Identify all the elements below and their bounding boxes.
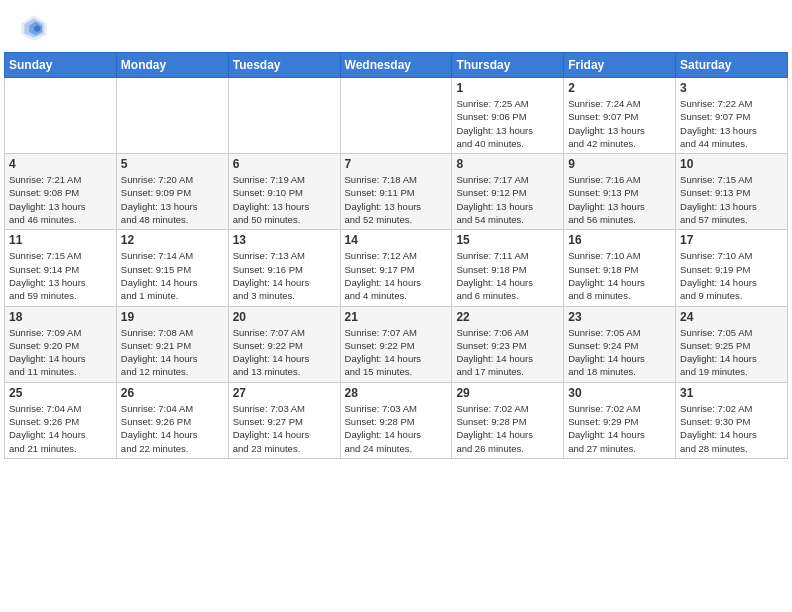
day-info: Sunrise: 7:19 AM Sunset: 9:10 PM Dayligh…: [233, 173, 336, 226]
day-number: 4: [9, 157, 112, 171]
day-info: Sunrise: 7:16 AM Sunset: 9:13 PM Dayligh…: [568, 173, 671, 226]
day-info: Sunrise: 7:10 AM Sunset: 9:19 PM Dayligh…: [680, 249, 783, 302]
calendar-cell: 14Sunrise: 7:12 AM Sunset: 9:17 PM Dayli…: [340, 230, 452, 306]
calendar-cell: 19Sunrise: 7:08 AM Sunset: 9:21 PM Dayli…: [116, 306, 228, 382]
day-of-week-header: Monday: [116, 53, 228, 78]
calendar-cell: 23Sunrise: 7:05 AM Sunset: 9:24 PM Dayli…: [564, 306, 676, 382]
day-of-week-header: Tuesday: [228, 53, 340, 78]
day-number: 27: [233, 386, 336, 400]
day-number: 8: [456, 157, 559, 171]
calendar-cell: 26Sunrise: 7:04 AM Sunset: 9:26 PM Dayli…: [116, 382, 228, 458]
calendar-cell: 27Sunrise: 7:03 AM Sunset: 9:27 PM Dayli…: [228, 382, 340, 458]
day-number: 14: [345, 233, 448, 247]
day-number: 26: [121, 386, 224, 400]
calendar-week-row: 25Sunrise: 7:04 AM Sunset: 9:26 PM Dayli…: [5, 382, 788, 458]
day-number: 16: [568, 233, 671, 247]
header: [0, 0, 792, 52]
day-number: 10: [680, 157, 783, 171]
calendar-cell: 29Sunrise: 7:02 AM Sunset: 9:28 PM Dayli…: [452, 382, 564, 458]
calendar-cell: 8Sunrise: 7:17 AM Sunset: 9:12 PM Daylig…: [452, 154, 564, 230]
calendar-cell: 28Sunrise: 7:03 AM Sunset: 9:28 PM Dayli…: [340, 382, 452, 458]
calendar-cell: [5, 78, 117, 154]
calendar-week-row: 1Sunrise: 7:25 AM Sunset: 9:06 PM Daylig…: [5, 78, 788, 154]
calendar-cell: [228, 78, 340, 154]
day-of-week-header: Thursday: [452, 53, 564, 78]
calendar-cell: 3Sunrise: 7:22 AM Sunset: 9:07 PM Daylig…: [676, 78, 788, 154]
day-number: 6: [233, 157, 336, 171]
day-info: Sunrise: 7:02 AM Sunset: 9:28 PM Dayligh…: [456, 402, 559, 455]
day-number: 22: [456, 310, 559, 324]
day-info: Sunrise: 7:17 AM Sunset: 9:12 PM Dayligh…: [456, 173, 559, 226]
calendar-cell: 6Sunrise: 7:19 AM Sunset: 9:10 PM Daylig…: [228, 154, 340, 230]
day-info: Sunrise: 7:15 AM Sunset: 9:13 PM Dayligh…: [680, 173, 783, 226]
day-number: 20: [233, 310, 336, 324]
day-info: Sunrise: 7:22 AM Sunset: 9:07 PM Dayligh…: [680, 97, 783, 150]
day-number: 30: [568, 386, 671, 400]
day-info: Sunrise: 7:04 AM Sunset: 9:26 PM Dayligh…: [9, 402, 112, 455]
calendar-cell: 5Sunrise: 7:20 AM Sunset: 9:09 PM Daylig…: [116, 154, 228, 230]
day-number: 11: [9, 233, 112, 247]
day-number: 2: [568, 81, 671, 95]
calendar-header-row: SundayMondayTuesdayWednesdayThursdayFrid…: [5, 53, 788, 78]
day-number: 5: [121, 157, 224, 171]
day-number: 1: [456, 81, 559, 95]
day-info: Sunrise: 7:13 AM Sunset: 9:16 PM Dayligh…: [233, 249, 336, 302]
calendar-cell: 16Sunrise: 7:10 AM Sunset: 9:18 PM Dayli…: [564, 230, 676, 306]
day-info: Sunrise: 7:05 AM Sunset: 9:25 PM Dayligh…: [680, 326, 783, 379]
calendar-cell: [116, 78, 228, 154]
calendar-cell: 24Sunrise: 7:05 AM Sunset: 9:25 PM Dayli…: [676, 306, 788, 382]
day-number: 23: [568, 310, 671, 324]
calendar-week-row: 4Sunrise: 7:21 AM Sunset: 9:08 PM Daylig…: [5, 154, 788, 230]
calendar-cell: 7Sunrise: 7:18 AM Sunset: 9:11 PM Daylig…: [340, 154, 452, 230]
day-number: 15: [456, 233, 559, 247]
calendar-cell: 21Sunrise: 7:07 AM Sunset: 9:22 PM Dayli…: [340, 306, 452, 382]
calendar-cell: 22Sunrise: 7:06 AM Sunset: 9:23 PM Dayli…: [452, 306, 564, 382]
calendar: SundayMondayTuesdayWednesdayThursdayFrid…: [4, 52, 788, 459]
day-info: Sunrise: 7:14 AM Sunset: 9:15 PM Dayligh…: [121, 249, 224, 302]
calendar-cell: 12Sunrise: 7:14 AM Sunset: 9:15 PM Dayli…: [116, 230, 228, 306]
day-info: Sunrise: 7:18 AM Sunset: 9:11 PM Dayligh…: [345, 173, 448, 226]
day-number: 21: [345, 310, 448, 324]
day-info: Sunrise: 7:05 AM Sunset: 9:24 PM Dayligh…: [568, 326, 671, 379]
day-number: 17: [680, 233, 783, 247]
day-of-week-header: Friday: [564, 53, 676, 78]
day-of-week-header: Wednesday: [340, 53, 452, 78]
day-info: Sunrise: 7:02 AM Sunset: 9:30 PM Dayligh…: [680, 402, 783, 455]
calendar-week-row: 18Sunrise: 7:09 AM Sunset: 9:20 PM Dayli…: [5, 306, 788, 382]
calendar-cell: 20Sunrise: 7:07 AM Sunset: 9:22 PM Dayli…: [228, 306, 340, 382]
calendar-cell: 13Sunrise: 7:13 AM Sunset: 9:16 PM Dayli…: [228, 230, 340, 306]
day-number: 19: [121, 310, 224, 324]
day-number: 9: [568, 157, 671, 171]
day-info: Sunrise: 7:08 AM Sunset: 9:21 PM Dayligh…: [121, 326, 224, 379]
day-info: Sunrise: 7:09 AM Sunset: 9:20 PM Dayligh…: [9, 326, 112, 379]
day-number: 7: [345, 157, 448, 171]
day-info: Sunrise: 7:11 AM Sunset: 9:18 PM Dayligh…: [456, 249, 559, 302]
day-info: Sunrise: 7:12 AM Sunset: 9:17 PM Dayligh…: [345, 249, 448, 302]
day-info: Sunrise: 7:24 AM Sunset: 9:07 PM Dayligh…: [568, 97, 671, 150]
calendar-cell: 17Sunrise: 7:10 AM Sunset: 9:19 PM Dayli…: [676, 230, 788, 306]
day-number: 28: [345, 386, 448, 400]
logo: [18, 12, 54, 44]
day-number: 31: [680, 386, 783, 400]
calendar-cell: 25Sunrise: 7:04 AM Sunset: 9:26 PM Dayli…: [5, 382, 117, 458]
calendar-cell: 9Sunrise: 7:16 AM Sunset: 9:13 PM Daylig…: [564, 154, 676, 230]
calendar-cell: 11Sunrise: 7:15 AM Sunset: 9:14 PM Dayli…: [5, 230, 117, 306]
day-info: Sunrise: 7:03 AM Sunset: 9:27 PM Dayligh…: [233, 402, 336, 455]
day-info: Sunrise: 7:02 AM Sunset: 9:29 PM Dayligh…: [568, 402, 671, 455]
calendar-cell: 18Sunrise: 7:09 AM Sunset: 9:20 PM Dayli…: [5, 306, 117, 382]
calendar-cell: 4Sunrise: 7:21 AM Sunset: 9:08 PM Daylig…: [5, 154, 117, 230]
day-number: 3: [680, 81, 783, 95]
day-info: Sunrise: 7:07 AM Sunset: 9:22 PM Dayligh…: [345, 326, 448, 379]
day-info: Sunrise: 7:15 AM Sunset: 9:14 PM Dayligh…: [9, 249, 112, 302]
day-number: 25: [9, 386, 112, 400]
day-number: 12: [121, 233, 224, 247]
day-of-week-header: Sunday: [5, 53, 117, 78]
calendar-cell: [340, 78, 452, 154]
day-number: 13: [233, 233, 336, 247]
day-number: 29: [456, 386, 559, 400]
day-of-week-header: Saturday: [676, 53, 788, 78]
calendar-cell: 10Sunrise: 7:15 AM Sunset: 9:13 PM Dayli…: [676, 154, 788, 230]
day-info: Sunrise: 7:10 AM Sunset: 9:18 PM Dayligh…: [568, 249, 671, 302]
day-number: 24: [680, 310, 783, 324]
calendar-week-row: 11Sunrise: 7:15 AM Sunset: 9:14 PM Dayli…: [5, 230, 788, 306]
